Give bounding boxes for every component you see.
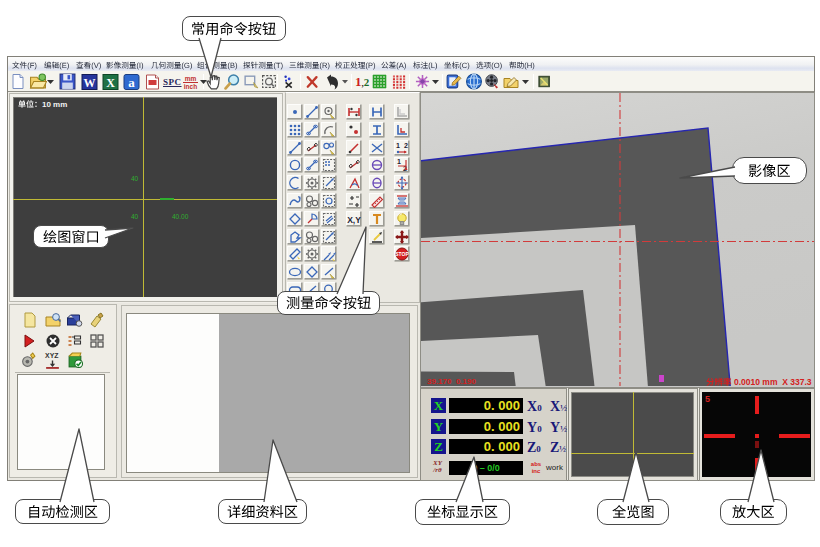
- svg-text:1: 1: [397, 158, 401, 165]
- svg-text:2: 2: [404, 142, 408, 149]
- svg-text:X: X: [106, 76, 115, 90]
- svg-text:W: W: [84, 76, 96, 90]
- svg-text:1: 1: [396, 142, 400, 149]
- svg-text:XYZ: XYZ: [45, 352, 59, 359]
- svg-text:STOP: STOP: [395, 252, 409, 258]
- svg-text:X,Y: X,Y: [347, 214, 361, 224]
- svg-text:a: a: [128, 75, 135, 90]
